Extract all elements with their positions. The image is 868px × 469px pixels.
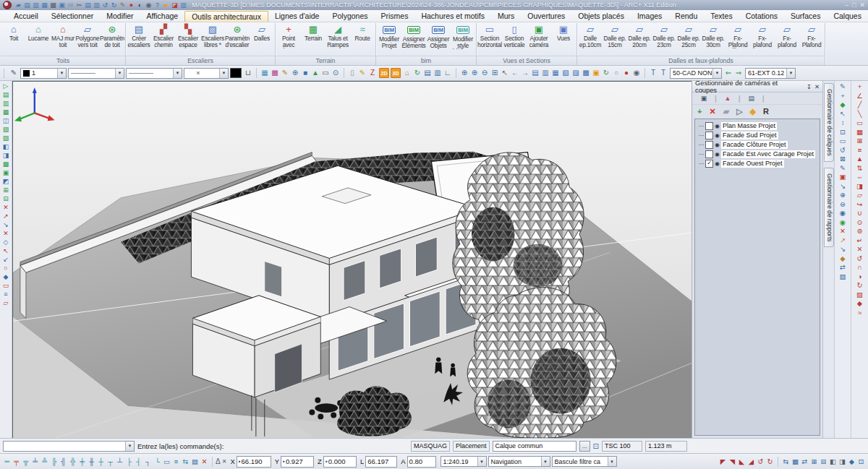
wall-tool-icon[interactable]: ≡ <box>171 456 181 467</box>
left-toolbar-icon[interactable]: ◆ <box>1 273 11 281</box>
camera-panel-tool-icon[interactable]: ▷ <box>736 107 742 116</box>
left-toolbar-icon[interactable]: ▦ <box>1 108 11 116</box>
right-toolbar-icon[interactable]: ▨ <box>837 272 848 281</box>
toolbar-icon[interactable]: ↻ <box>412 67 422 79</box>
wall-tool-icon[interactable]: ╤ <box>12 456 21 467</box>
maximize-button[interactable]: □ <box>852 1 856 9</box>
right-toolbar-icon[interactable]: ▦ <box>854 128 866 137</box>
wall-tool-icon[interactable]: ╬ <box>68 456 77 467</box>
tsc-field[interactable]: TSC 100 <box>602 441 642 452</box>
layer-filter-toggle-combo[interactable]: Bascule filtre ca ▼ <box>552 456 617 467</box>
right-toolbar-icon[interactable]: ↺ <box>854 254 866 263</box>
right-toolbar-icon[interactable]: ⊚ <box>854 227 866 236</box>
fill-bucket-icon[interactable]: ⊔ <box>243 67 253 79</box>
text-tool-icon[interactable]: T <box>648 67 658 79</box>
menu-item[interactable]: Sélectionner <box>45 11 100 21</box>
menu-item[interactable]: Textes <box>704 11 739 21</box>
right-toolbar-icon[interactable]: ╲ <box>854 110 866 119</box>
quick-access-icon[interactable]: ◉ <box>145 1 153 9</box>
wall-tool-icon[interactable]: ✕ <box>200 456 209 467</box>
ribbon-button[interactable]: ◢Talus et Rampes <box>326 23 350 56</box>
toolbar-icon[interactable]: ✎ <box>357 67 367 79</box>
l-coord-field[interactable]: 66.197 <box>365 456 397 468</box>
right-toolbar-icon[interactable]: + <box>837 92 848 100</box>
ribbon-button[interactable]: ≈Route <box>350 23 375 56</box>
left-toolbar-icon[interactable]: ◨ <box>1 152 11 160</box>
right-toolbar-icon[interactable]: ⊖ <box>837 200 848 209</box>
ribbon-button[interactable]: ▱Dalle ep. 23cm <box>652 23 676 56</box>
toolbar-icon[interactable]: ▩ <box>270 67 280 79</box>
right-toolbar-icon[interactable]: ⊞ <box>854 137 866 145</box>
pin-icon[interactable]: ↧ <box>807 83 812 90</box>
right-toolbar-icon[interactable]: ⊠ <box>837 155 848 163</box>
wall-tool-icon[interactable]: ╪ <box>77 456 87 467</box>
zoom-toolbar-icon[interactable]: → <box>520 67 530 79</box>
menu-item[interactable]: Accueil <box>7 11 45 21</box>
linestyle-combo-2[interactable]: ▼ <box>126 68 182 79</box>
ribbon-button[interactable]: BIMModifier style d'éléments <box>451 23 475 56</box>
left-toolbar-icon[interactable]: ↙ <box>1 256 11 264</box>
left-toolbar-icon[interactable]: ▧ <box>1 126 11 134</box>
wall-tool-icon[interactable]: └ <box>153 456 162 467</box>
zoom-toolbar-icon[interactable]: ● <box>621 67 631 79</box>
toolbar-icon[interactable]: ▤ <box>422 67 433 79</box>
mask-mode-field[interactable]: MASQUAG <box>411 441 450 452</box>
zoom-toolbar-icon[interactable]: ▥ <box>540 67 550 79</box>
visibility-checkbox[interactable] <box>705 150 713 158</box>
wall-tool-icon[interactable]: ┐ <box>143 456 153 467</box>
ribbon-button[interactable]: ▭Section horizontale <box>477 23 502 56</box>
right-toolbar-icon[interactable]: ▱ <box>854 191 866 199</box>
current-layer-field[interactable]: Calque commun <box>493 441 576 452</box>
placement-mode-field[interactable]: Placement <box>453 441 490 452</box>
camera-list-item[interactable]: ◉ Facade Sud Projet <box>697 131 820 140</box>
visibility-checkbox[interactable] <box>705 141 713 149</box>
left-toolbar-icon[interactable]: ◇ <box>1 238 11 246</box>
right-toolbar-icon[interactable]: ◉ <box>837 218 848 227</box>
right-toolbar-icon[interactable]: ↻ <box>854 281 866 290</box>
toggle-2d-button[interactable]: 2D <box>379 68 389 78</box>
visibility-checkbox[interactable] <box>705 160 713 168</box>
ribbon-button[interactable]: BIMModifier Projet IFC <box>377 23 401 56</box>
right-toolbar-icon[interactable]: ◨ <box>854 182 866 191</box>
toolbar-icon[interactable]: ⊙ <box>331 67 341 79</box>
left-toolbar-icon[interactable]: ◫ <box>1 117 11 125</box>
camera-list-item[interactable]: ◉ Facade Ouest Projet <box>697 159 820 168</box>
quick-access-icon[interactable]: ▤ <box>23 1 31 9</box>
left-toolbar-icon[interactable]: ▤ <box>1 91 11 99</box>
menu-item[interactable]: Surfaces <box>784 11 827 21</box>
right-toolbar-icon[interactable]: ↪ <box>854 200 866 209</box>
left-toolbar-icon[interactable]: ▩ <box>1 160 11 168</box>
zoom-toolbar-icon[interactable]: ▧ <box>561 67 571 79</box>
menu-item[interactable]: Rendu <box>668 11 704 21</box>
window-layout-icon[interactable]: ⊟ <box>819 456 828 467</box>
menu-item[interactable]: Images <box>631 11 668 21</box>
toolbar-icon[interactable]: ▲ <box>310 67 320 79</box>
zoom-toolbar-icon[interactable]: ▨ <box>571 67 581 79</box>
zoom-toolbar-icon[interactable]: ← <box>510 67 520 79</box>
view-orientation-icon[interactable]: ↻ <box>765 456 775 467</box>
view-orientation-icon[interactable]: ◤ <box>718 456 728 467</box>
right-toolbar-icon[interactable]: ∩ <box>854 263 866 272</box>
wall-tool-icon[interactable]: ┤ <box>134 456 143 467</box>
pen-settings-icon[interactable]: ✎ <box>9 67 19 79</box>
right-toolbar-icon[interactable]: ↖ <box>837 110 848 119</box>
toolbar-icon[interactable]: ▥ <box>433 67 443 79</box>
menu-item[interactable]: Lignes d'aide <box>268 11 326 21</box>
wall-tool-icon[interactable]: ╠ <box>49 456 59 467</box>
zoom-toolbar-icon[interactable]: ▣ <box>591 67 601 79</box>
right-toolbar-icon[interactable]: ✕ <box>837 227 848 236</box>
window-layout-icon[interactable]: ⇄ <box>800 456 809 467</box>
wall-tool-icon[interactable]: ┬ <box>106 456 115 467</box>
left-toolbar-icon[interactable]: ▭ <box>1 282 11 290</box>
right-toolbar-icon[interactable]: ╱ <box>854 100 866 109</box>
toolbar-icon[interactable]: ■ <box>300 67 310 79</box>
quick-access-icon[interactable]: ? <box>153 1 161 9</box>
window-layout-icon[interactable]: ⊞ <box>809 456 819 467</box>
viewport-3d[interactable] <box>12 81 692 438</box>
right-toolbar-icon[interactable]: ✎ <box>837 164 848 173</box>
quick-access-icon[interactable]: ▥ <box>32 1 40 9</box>
quick-access-icon[interactable]: ● <box>127 1 135 9</box>
menu-item[interactable]: Hachures et motifs <box>414 11 491 21</box>
left-toolbar-icon[interactable]: ↗ <box>1 212 11 220</box>
right-toolbar-icon[interactable]: ↘ <box>837 245 848 254</box>
